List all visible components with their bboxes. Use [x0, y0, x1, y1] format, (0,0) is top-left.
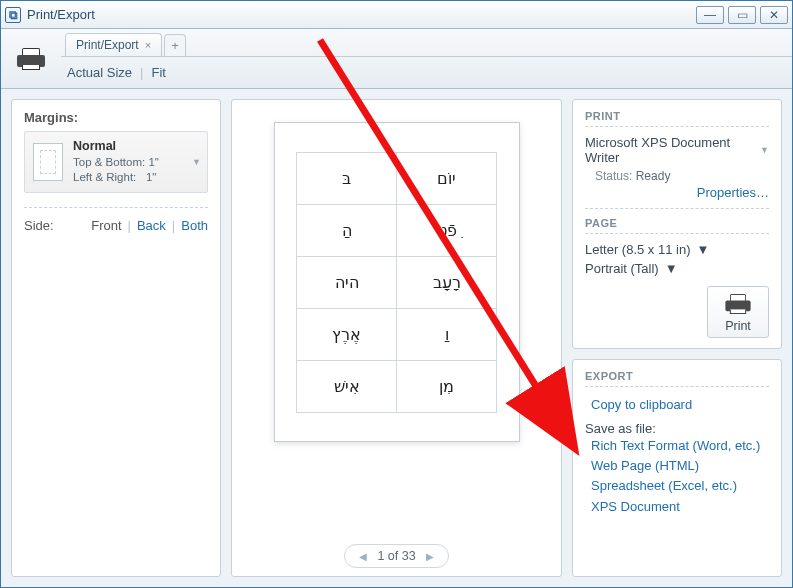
new-tab-button[interactable]: +: [164, 34, 186, 56]
page-heading: PAGE: [585, 217, 769, 229]
window-title: Print/Export: [27, 7, 95, 22]
pager-text: 1 of 33: [377, 549, 415, 563]
margins-heading: Margins:: [24, 110, 208, 125]
tab-print-export[interactable]: Print/Export ×: [65, 33, 162, 56]
card-cell: הַ: [296, 204, 397, 257]
card-cell: אִישׁ: [296, 360, 397, 413]
print-panel: PRINT Microsoft XPS Document Writer ▼ St…: [572, 99, 782, 349]
app-icon: ⧉: [5, 7, 21, 23]
tab-label: Print/Export: [76, 38, 139, 52]
print-button[interactable]: Print: [707, 286, 769, 338]
next-page-button[interactable]: ▶: [426, 551, 434, 562]
card-cell: מִן: [396, 360, 497, 413]
export-xps-link[interactable]: XPS Document: [591, 499, 680, 514]
properties-link[interactable]: Properties…: [697, 185, 769, 200]
side-back[interactable]: Back: [137, 218, 166, 233]
paper-select[interactable]: Letter (8.5 x 11 in)▼: [585, 242, 769, 257]
page-preview: בּ יוֹם הַ ִפֿט היה רָעָב אֶרֶץ וַ אִישׁ…: [274, 122, 520, 442]
printer-icon: [725, 294, 750, 314]
export-html-link[interactable]: Web Page (HTML): [591, 458, 699, 473]
export-rtf-link[interactable]: Rich Text Format (Word, etc.): [591, 438, 760, 453]
save-as-label: Save as file:: [585, 421, 769, 436]
view-fit[interactable]: Fit: [151, 65, 165, 80]
card-cell: היה: [296, 256, 397, 309]
card-cell: רָעָב: [396, 256, 497, 309]
maximize-button[interactable]: ▭: [728, 6, 756, 24]
card-cell: בּ: [296, 152, 397, 205]
print-heading: PRINT: [585, 110, 769, 122]
card-cell: אֶרֶץ: [296, 308, 397, 361]
chevron-down-icon: ▼: [665, 261, 678, 276]
pager: ◀ 1 of 33 ▶: [344, 544, 448, 568]
close-button[interactable]: ✕: [760, 6, 788, 24]
printer-icon: [17, 48, 45, 70]
side-both[interactable]: Both: [181, 218, 208, 233]
orientation-select[interactable]: Portrait (Tall)▼: [585, 261, 769, 276]
titlebar: ⧉ Print/Export — ▭ ✕: [1, 1, 792, 29]
side-front[interactable]: Front: [91, 218, 121, 233]
export-panel: EXPORT Copy to clipboard Save as file: R…: [572, 359, 782, 577]
view-actual-size[interactable]: Actual Size: [67, 65, 132, 80]
prev-page-button[interactable]: ◀: [359, 551, 367, 562]
card-cell: ִפֿט: [396, 204, 497, 257]
chevron-down-icon: ▼: [697, 242, 710, 257]
margin-preset[interactable]: Normal Top & Bottom: 1" Left & Right: 1"…: [24, 131, 208, 193]
printer-select[interactable]: Microsoft XPS Document Writer ▼: [585, 135, 769, 165]
printer-status: Ready: [636, 169, 671, 183]
copy-clipboard-link[interactable]: Copy to clipboard: [591, 397, 692, 412]
margins-panel: Margins: Normal Top & Bottom: 1" Left & …: [11, 99, 221, 577]
chevron-down-icon: ▼: [192, 157, 201, 167]
minimize-button[interactable]: —: [696, 6, 724, 24]
toolstrip: Print/Export × + Actual Size | Fit: [1, 29, 792, 89]
card-cell: יוֹם: [396, 152, 497, 205]
margin-thumb-icon: [33, 143, 63, 181]
export-xls-link[interactable]: Spreadsheet (Excel, etc.): [591, 478, 737, 493]
export-heading: EXPORT: [585, 370, 769, 382]
side-label: Side:: [24, 218, 54, 233]
card-cell: וַ: [396, 308, 497, 361]
margin-name: Normal: [73, 139, 116, 153]
preview-panel: בּ יוֹם הַ ִפֿט היה רָעָב אֶרֶץ וַ אִישׁ…: [231, 99, 562, 577]
chevron-down-icon: ▼: [760, 145, 769, 155]
close-icon[interactable]: ×: [145, 39, 151, 51]
